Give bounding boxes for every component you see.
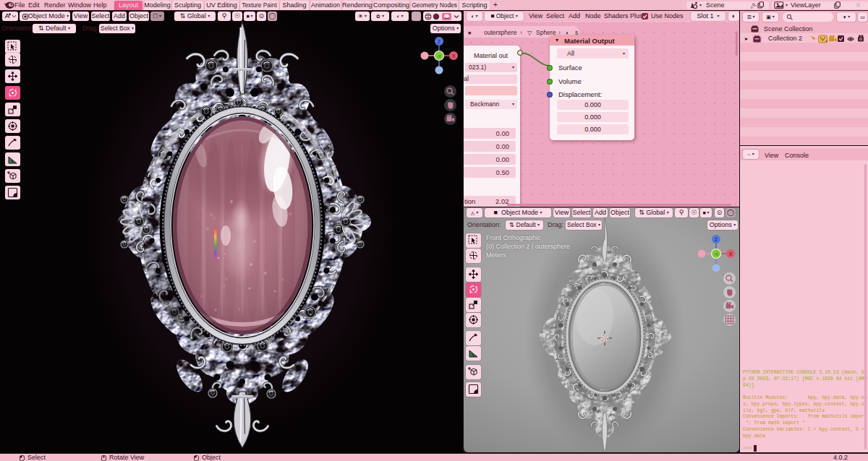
svg-text:-Y: -Y [714, 252, 718, 257]
svg-text:-Y: -Y [437, 54, 441, 59]
svg-text:Z: Z [438, 39, 441, 44]
svg-text:Z: Z [715, 237, 718, 242]
svg-text:X: X [452, 53, 456, 59]
svg-text:X: X [729, 251, 733, 257]
svg-text:4: 4 [825, 39, 828, 43]
